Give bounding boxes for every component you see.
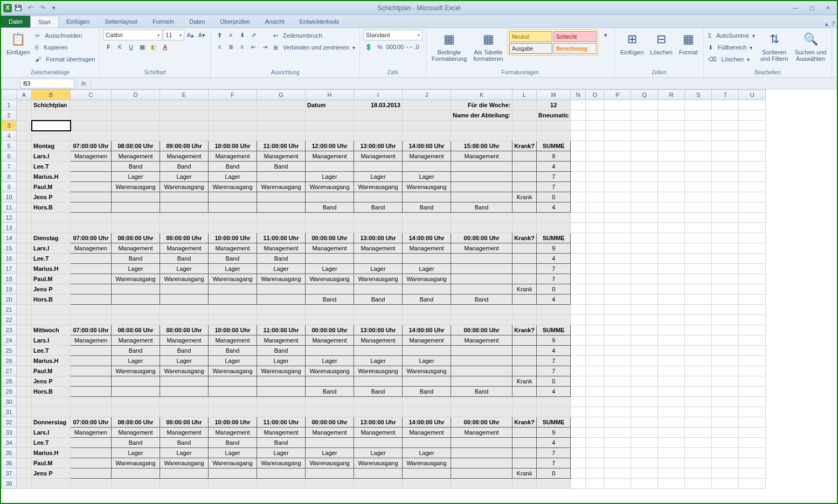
cell-I27[interactable]: Warenausgang bbox=[354, 366, 403, 376]
cell-G21[interactable] bbox=[257, 305, 306, 315]
row-header-20[interactable]: 20 bbox=[2, 295, 17, 305]
cell-J2[interactable] bbox=[403, 110, 451, 121]
cell-Q28[interactable] bbox=[631, 376, 658, 387]
cell-T19[interactable] bbox=[712, 284, 739, 295]
fx-icon[interactable]: fx bbox=[77, 79, 91, 88]
cell-R33[interactable] bbox=[658, 428, 685, 438]
row-header-2[interactable]: 2 bbox=[2, 110, 17, 121]
cell-G15[interactable]: Management bbox=[257, 243, 306, 254]
row-header-3[interactable]: 3 bbox=[2, 121, 17, 131]
column-header-R[interactable]: R bbox=[658, 90, 685, 100]
cell-M12[interactable] bbox=[537, 213, 571, 223]
cell-D24[interactable]: Management bbox=[112, 335, 160, 346]
cell-K13[interactable] bbox=[451, 223, 513, 233]
cell-F20[interactable] bbox=[209, 295, 257, 305]
cell-U7[interactable] bbox=[739, 162, 766, 172]
tab-überprüfen[interactable]: Überprüfen bbox=[213, 16, 258, 27]
cell-U8[interactable] bbox=[739, 172, 766, 182]
cell-K18[interactable] bbox=[451, 274, 513, 284]
cell-L26[interactable] bbox=[513, 356, 537, 366]
cell-I38[interactable] bbox=[354, 479, 403, 489]
cell-F2[interactable] bbox=[209, 110, 257, 121]
cell-F27[interactable]: Warenausgang bbox=[209, 366, 257, 376]
cell-D32[interactable]: 08:00:00 Uhr bbox=[112, 417, 160, 428]
cell-E17[interactable]: Lager bbox=[160, 264, 209, 274]
cell-R12[interactable] bbox=[658, 213, 685, 223]
cell-O24[interactable] bbox=[586, 335, 604, 346]
cell-C22[interactable] bbox=[71, 315, 112, 325]
cell-U1[interactable] bbox=[739, 100, 766, 110]
cell-I34[interactable] bbox=[354, 438, 403, 448]
cell-G31[interactable] bbox=[257, 407, 306, 417]
cell-B20[interactable]: Hors.B bbox=[32, 295, 71, 305]
cell-L16[interactable] bbox=[513, 254, 537, 264]
cell-O35[interactable] bbox=[586, 448, 604, 458]
cell-R3[interactable] bbox=[658, 121, 685, 131]
cell-Q16[interactable] bbox=[631, 254, 658, 264]
cell-H38[interactable] bbox=[306, 479, 354, 489]
column-header-G[interactable]: G bbox=[257, 90, 306, 100]
cell-M31[interactable] bbox=[537, 407, 571, 417]
cell-N3[interactable] bbox=[571, 121, 586, 131]
font-size-combo[interactable]: 11▾ bbox=[163, 30, 184, 40]
cell-T29[interactable] bbox=[712, 387, 739, 397]
cell-N12[interactable] bbox=[571, 213, 586, 223]
row-header-21[interactable]: 21 bbox=[2, 305, 17, 315]
cell-A29[interactable] bbox=[17, 387, 32, 397]
cell-S33[interactable] bbox=[685, 428, 712, 438]
cell-C6[interactable]: Managemen bbox=[71, 151, 112, 162]
cell-B2[interactable] bbox=[32, 110, 71, 121]
cell-A31[interactable] bbox=[17, 407, 32, 417]
cell-N34[interactable] bbox=[571, 438, 586, 448]
row-header-25[interactable]: 25 bbox=[2, 346, 17, 356]
indent-increase-icon[interactable]: ⇥ bbox=[259, 41, 270, 52]
cell-R26[interactable] bbox=[658, 356, 685, 366]
cell-N4[interactable] bbox=[571, 131, 586, 141]
cell-T30[interactable] bbox=[712, 397, 739, 407]
cell-A2[interactable] bbox=[17, 110, 32, 121]
row-header-16[interactable]: 16 bbox=[2, 254, 17, 264]
cell-F9[interactable]: Warenausgang bbox=[209, 182, 257, 192]
cell-C23[interactable]: 07:00:00 Uhr bbox=[71, 325, 112, 335]
cell-C35[interactable] bbox=[71, 448, 112, 458]
cell-O5[interactable] bbox=[586, 141, 604, 151]
cell-L7[interactable] bbox=[513, 162, 537, 172]
cell-Q15[interactable] bbox=[631, 243, 658, 254]
cell-Q3[interactable] bbox=[631, 121, 658, 131]
cell-E35[interactable]: Lager bbox=[160, 448, 209, 458]
cell-G26[interactable]: Lager bbox=[257, 356, 306, 366]
formula-input[interactable] bbox=[91, 79, 837, 88]
cell-G1[interactable] bbox=[257, 100, 306, 110]
tab-file[interactable]: Datei bbox=[1, 16, 30, 27]
cell-T14[interactable] bbox=[712, 233, 739, 243]
cell-D21[interactable] bbox=[112, 305, 160, 315]
cell-K28[interactable] bbox=[451, 376, 513, 387]
column-header-K[interactable]: K bbox=[451, 90, 513, 100]
cell-P5[interactable] bbox=[604, 141, 631, 151]
column-header-H[interactable]: H bbox=[306, 90, 354, 100]
cell-L34[interactable] bbox=[513, 438, 537, 448]
cell-B10[interactable]: Jens P bbox=[32, 192, 71, 202]
cell-R35[interactable] bbox=[658, 448, 685, 458]
cell-M7[interactable]: 4 bbox=[537, 162, 571, 172]
cell-U6[interactable] bbox=[739, 151, 766, 162]
cell-A25[interactable] bbox=[17, 346, 32, 356]
cell-I18[interactable]: Warenausgang bbox=[354, 274, 403, 284]
cell-O25[interactable] bbox=[586, 346, 604, 356]
cell-J1[interactable] bbox=[403, 100, 451, 110]
cell-H4[interactable] bbox=[306, 131, 354, 141]
cell-N17[interactable] bbox=[571, 264, 586, 274]
cell-B29[interactable]: Hors.B bbox=[32, 387, 71, 397]
cell-U16[interactable] bbox=[739, 254, 766, 264]
cell-I24[interactable]: Management bbox=[354, 335, 403, 346]
cell-S4[interactable] bbox=[685, 131, 712, 141]
cell-P9[interactable] bbox=[604, 182, 631, 192]
cell-N9[interactable] bbox=[571, 182, 586, 192]
cell-K21[interactable] bbox=[451, 305, 513, 315]
cell-S11[interactable] bbox=[685, 202, 712, 213]
cell-D18[interactable]: Warenausgang bbox=[112, 274, 160, 284]
tab-einfügen[interactable]: Einfügen bbox=[59, 16, 97, 27]
cell-P13[interactable] bbox=[604, 223, 631, 233]
cell-N13[interactable] bbox=[571, 223, 586, 233]
cell-R38[interactable] bbox=[658, 479, 685, 489]
